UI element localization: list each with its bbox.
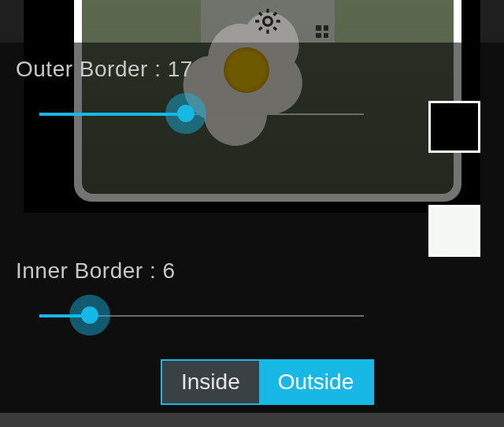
outer-color-swatch[interactable] (428, 101, 480, 153)
inner-border-label: Inner Border : 6 (16, 258, 176, 284)
inside-outside-toggle: Inside Outside (161, 359, 374, 405)
gear-icon[interactable] (252, 6, 284, 37)
svg-point-0 (264, 17, 272, 26)
toggle-outside[interactable]: Outside (259, 361, 373, 403)
outer-border-label: Outer Border : 17 (16, 57, 193, 82)
outer-border-slider-fill (39, 113, 186, 116)
inner-color-swatch[interactable] (428, 205, 480, 257)
top-toolbar (201, 0, 335, 43)
bottom-bar (0, 413, 504, 427)
toggle-inside[interactable]: Inside (162, 361, 259, 403)
grid-icon[interactable] (316, 25, 328, 38)
